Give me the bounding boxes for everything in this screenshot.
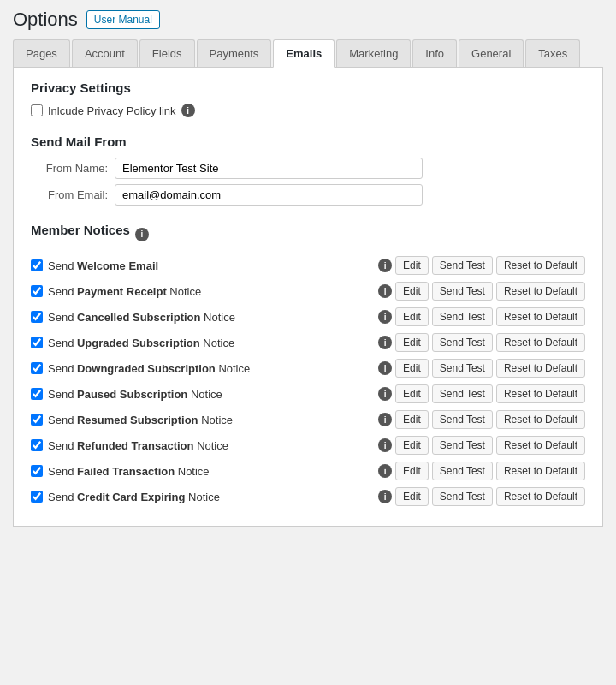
send-test-button-8[interactable]: Send Test [432,462,493,480]
privacy-settings-section: Privacy Settings Inlcude Privacy Policy … [31,80,585,117]
notice-checkbox-2[interactable] [31,311,43,323]
reset-button-3[interactable]: Reset to Default [496,333,585,352]
notice-checkbox-9[interactable] [31,491,43,503]
notice-actions-8: iEditSend TestReset to Default [378,462,585,480]
notice-row: Send Payment Receipt NoticeiEditSend Tes… [31,282,585,301]
edit-button-9[interactable]: Edit [395,487,429,506]
notice-info-icon-8[interactable]: i [378,464,392,478]
notice-row: Send Upgraded Subscription NoticeiEditSe… [31,333,585,352]
notice-info-icon-2[interactable]: i [378,310,392,324]
notice-label-8: Send Failed Transaction Notice [48,465,373,478]
tab-pages[interactable]: Pages [13,39,70,67]
send-test-button-2[interactable]: Send Test [432,307,493,326]
notice-checkbox-4[interactable] [31,362,43,374]
edit-button-6[interactable]: Edit [395,410,429,429]
notice-row: Send Downgraded Subscription NoticeiEdit… [31,359,585,378]
notice-label-9: Send Credit Card Expiring Notice [48,491,373,503]
tab-info[interactable]: Info [412,39,457,67]
notice-info-icon-1[interactable]: i [378,284,392,298]
privacy-policy-row: Inlcude Privacy Policy link i [31,104,585,117]
from-email-input[interactable] [115,184,423,206]
member-notices-section: Member Notices i Send Welcome EmailiEdit… [31,223,585,506]
edit-button-4[interactable]: Edit [395,359,429,378]
send-test-button-7[interactable]: Send Test [432,436,493,455]
page-title: Options [13,9,78,31]
notices-container: Send Welcome EmailiEditSend TestReset to… [31,256,585,506]
tab-general[interactable]: General [459,39,524,67]
notice-actions-4: iEditSend TestReset to Default [378,359,585,378]
notice-checkbox-5[interactable] [31,388,43,400]
notice-info-icon-4[interactable]: i [378,361,392,375]
send-test-button-0[interactable]: Send Test [432,256,493,275]
notice-actions-0: iEditSend TestReset to Default [378,256,585,275]
notice-actions-2: iEditSend TestReset to Default [378,307,585,326]
user-manual-button[interactable]: User Manual [86,10,160,29]
notice-info-icon-3[interactable]: i [378,336,392,349]
notice-info-icon-9[interactable]: i [378,490,392,503]
privacy-info-icon[interactable]: i [181,104,195,117]
send-test-button-4[interactable]: Send Test [432,359,493,378]
edit-button-7[interactable]: Edit [395,436,429,455]
from-email-row: From Email: [31,184,585,206]
reset-button-8[interactable]: Reset to Default [496,462,585,480]
notice-checkbox-0[interactable] [31,259,43,271]
notice-label-2: Send Cancelled Subscription Notice [48,311,373,324]
reset-button-7[interactable]: Reset to Default [496,436,585,455]
tabs-bar: PagesAccountFieldsPaymentsEmailsMarketin… [13,39,603,68]
notice-info-icon-0[interactable]: i [378,259,392,272]
edit-button-8[interactable]: Edit [395,462,429,480]
reset-button-6[interactable]: Reset to Default [496,410,585,429]
tab-payments[interactable]: Payments [197,39,272,67]
tab-marketing[interactable]: Marketing [336,39,411,67]
send-test-button-5[interactable]: Send Test [432,384,493,403]
notice-checkbox-1[interactable] [31,285,43,297]
edit-button-0[interactable]: Edit [395,256,429,275]
notice-info-icon-6[interactable]: i [378,413,392,426]
send-test-button-1[interactable]: Send Test [432,282,493,301]
send-test-button-9[interactable]: Send Test [432,487,493,506]
notice-row: Send Failed Transaction NoticeiEditSend … [31,462,585,480]
notice-checkbox-6[interactable] [31,414,43,426]
reset-button-4[interactable]: Reset to Default [496,359,585,378]
send-mail-title: Send Mail From [31,134,585,149]
notice-label-0: Send Welcome Email [48,259,373,272]
member-notices-info-icon[interactable]: i [135,228,149,241]
notice-row: Send Cancelled Subscription NoticeiEditS… [31,307,585,326]
tab-account[interactable]: Account [72,39,138,67]
tab-emails[interactable]: Emails [273,39,335,68]
edit-button-1[interactable]: Edit [395,282,429,301]
send-test-button-3[interactable]: Send Test [432,333,493,352]
notice-info-icon-5[interactable]: i [378,387,392,401]
notice-actions-1: iEditSend TestReset to Default [378,282,585,301]
notice-row: Send Credit Card Expiring NoticeiEditSen… [31,487,585,506]
notice-actions-3: iEditSend TestReset to Default [378,333,585,352]
edit-button-2[interactable]: Edit [395,307,429,326]
edit-button-3[interactable]: Edit [395,333,429,352]
notice-actions-5: iEditSend TestReset to Default [378,384,585,403]
tab-taxes[interactable]: Taxes [525,39,580,67]
reset-button-0[interactable]: Reset to Default [496,256,585,275]
send-test-button-6[interactable]: Send Test [432,410,493,429]
reset-button-2[interactable]: Reset to Default [496,307,585,326]
notice-info-icon-7[interactable]: i [378,438,392,452]
notice-label-4: Send Downgraded Subscription Notice [48,362,373,375]
from-name-input[interactable] [115,158,423,179]
notice-label-7: Send Refunded Transaction Notice [48,439,373,452]
edit-button-5[interactable]: Edit [395,384,429,403]
reset-button-1[interactable]: Reset to Default [496,282,585,301]
from-name-label: From Name: [31,162,108,175]
reset-button-5[interactable]: Reset to Default [496,384,585,403]
privacy-policy-checkbox[interactable] [31,104,43,116]
privacy-policy-label: Inlcude Privacy Policy link [48,104,176,117]
notice-checkbox-7[interactable] [31,439,43,451]
notice-checkbox-3[interactable] [31,337,43,348]
send-mail-section: Send Mail From From Name: From Email: [31,134,585,206]
reset-button-9[interactable]: Reset to Default [496,487,585,506]
member-notices-title-row: Member Notices i [31,223,585,246]
notice-label-1: Send Payment Receipt Notice [48,285,373,298]
notice-row: Send Resumed Subscription NoticeiEditSen… [31,410,585,429]
notice-checkbox-8[interactable] [31,465,43,477]
notice-label-6: Send Resumed Subscription Notice [48,414,373,426]
notice-row: Send Welcome EmailiEditSend TestReset to… [31,256,585,275]
tab-fields[interactable]: Fields [139,39,195,67]
